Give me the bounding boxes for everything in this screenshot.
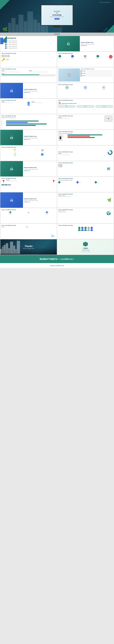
pin-icon-2: 📍	[52, 180, 56, 184]
team-member-1: Text	[78, 227, 80, 232]
icon-grid-item-4: 👥 Text here	[29, 153, 56, 156]
slide-row-10: Click to edit Master title style 📍 Text …	[0, 177, 114, 192]
monitor-title: 简约商务通用模板	[52, 14, 62, 16]
slide-row-8: Click to edit Master title style 📁 Text …	[0, 146, 114, 161]
people-icon: 👥	[41, 153, 44, 156]
circle-icon: !	[109, 55, 112, 58]
team-member-4: Text	[87, 227, 90, 232]
monitor-year: 2018	[56, 12, 58, 14]
turbine-icon: 🌬️	[50, 225, 56, 238]
hex-icon-3	[84, 55, 86, 58]
slide-shapes-title: Click to edit Master title style	[58, 53, 112, 54]
icon-grid-item-1: 📁 Text here	[2, 148, 28, 152]
key-icon: 🔑	[2, 58, 5, 62]
clock-icon: 🕐	[14, 153, 16, 156]
slide-row-13: Click to edit Master title style Text he…	[0, 224, 114, 239]
section-04-slide: /04 04 Section Header Here Unified fonts…	[0, 161, 57, 176]
slide-mobile-content: Click to edit Master title style Unified…	[57, 130, 114, 145]
contents-item-2: 02 Section Header Here	[5, 42, 56, 43]
start-button[interactable]: 演示开始	[54, 18, 60, 20]
promo-bar: 更多精品PPT资源尽在——sucai999.com！	[0, 255, 114, 263]
gear-icon-1: ⚙	[66, 86, 68, 89]
page-label-text: 第页图标	[54, 34, 60, 35]
slide-windmill-content: Click to edit Master title style Text he…	[57, 192, 114, 208]
slide-row-11: /05 05 Section Header Here Unified fonts…	[0, 192, 114, 208]
monitor-subtitle: Unified fonts make reading more fluent	[50, 16, 64, 17]
hex-icon-4	[96, 55, 99, 58]
section-03-slide: /03 03 Section Header Here Unified fonts…	[0, 130, 57, 145]
slide-row-3: Click to edit Master title style Text he…	[0, 67, 114, 83]
donut-chart	[108, 150, 112, 155]
thanks-title: Thanks	[23, 245, 34, 248]
slide-row-1: CONTENTS 01 Section Header Here 02 Secti…	[0, 36, 114, 52]
slide-team-icons: Click to edit Master title style Text Te…	[57, 224, 114, 239]
contents-item-4: 04 Section Header Here	[5, 46, 56, 47]
diamond-2	[76, 181, 79, 184]
slide-row-4: /02 02 Section Header Here Unified fonts…	[0, 83, 114, 98]
slide-turbine: Click to edit Master title style Text he…	[0, 224, 57, 239]
slide-donut-chart: Click to edit Master title style 2016 Q3…	[57, 146, 114, 161]
section-01-num-label: /01	[68, 42, 70, 43]
slide-bar-chart: Click to edit Master title style Unified…	[0, 114, 57, 130]
slide-key-title: Click to edit Master title style	[2, 53, 56, 54]
team-member-3: Text	[84, 227, 87, 232]
slide-key-icon: Click to edit Master title style Unified…	[0, 52, 57, 67]
monitor-display: RUESME 2018 简约商务通用模板 Unified fonts make …	[41, 4, 73, 28]
map-icon: 🗺️	[104, 162, 112, 175]
slide-icon-grid: Click to edit Master title style 📁 Text …	[0, 146, 57, 161]
hex-icon-1	[58, 55, 61, 58]
slide-person-text: Click to edit Master title style Text he…	[0, 98, 57, 114]
slide-cross-shapes: Click to edit Master title style Text he…	[0, 208, 57, 223]
icon-grid-item-3: 🕐 Text here	[2, 153, 28, 156]
house-icon: 🏠	[68, 73, 71, 77]
brand-slide: 订龙设计 分享优质设计图源 分享 优质 设计 图源	[57, 239, 114, 255]
brand-hex-icon	[83, 242, 88, 247]
pin-icon: 📍	[2, 180, 6, 184]
plus-icon-2	[46, 211, 48, 214]
slide-shapes-content: Click to edit Master title style Text he…	[57, 52, 114, 67]
slide-row-9: /04 04 Section Header Here Unified fonts…	[0, 161, 114, 177]
slide-row-7: /03 03 Section Header Here Unified fonts…	[0, 130, 114, 146]
header-website: www.sucai999.com	[100, 2, 111, 3]
slide-map-content: Click to edit Master title style 01 Text…	[57, 161, 114, 176]
slide-row-2: Click to edit Master title style Unified…	[0, 52, 114, 67]
section-01-title: Section Header Here	[81, 42, 113, 43]
folder-icon: 📁	[14, 148, 16, 151]
section-01-num: 01	[67, 43, 70, 46]
section-01-slide: /01 01 Section Header Here Unified fonts…	[57, 36, 114, 51]
diamond-3	[94, 181, 97, 184]
diamond-1	[58, 181, 61, 184]
contents-slide: CONTENTS 01 Section Header Here 02 Secti…	[0, 36, 57, 51]
team-member-5: Text	[90, 227, 93, 232]
slide-location-pin: Click to edit Master title style 📍 Text …	[0, 177, 57, 192]
slide-two-col-text: Click to edit Master title style Text he…	[0, 67, 57, 82]
slide-diamonds: Click to edit Master title style Unified…	[57, 177, 114, 192]
section-01-sub: Unified fonts make reading more fluent	[81, 44, 113, 45]
section-05-slide: /05 05 Section Header Here Unified fonts…	[0, 192, 57, 208]
gear-icon-2: ⚙	[84, 86, 87, 89]
slide-world-map: Click to edit Master title style Text he…	[57, 208, 114, 223]
slide-row-5: Click to edit Master title style Text he…	[0, 98, 114, 114]
thanks-slide: Thanks And Your Slogan Here	[0, 239, 57, 255]
person-icon: 👤	[26, 102, 31, 106]
hex-icon-2	[71, 55, 74, 58]
slide-house-steps: Click to edit Master title style 🏠 Text …	[57, 98, 114, 114]
plant-right-icon: 🖊️	[104, 28, 108, 32]
svg-rect-1	[9, 212, 12, 212]
svg-rect-3	[46, 212, 48, 212]
section-02-slide: /02 02 Section Header Here Unified fonts…	[0, 83, 57, 98]
slide-image-placeholder: 🏠	[58, 68, 80, 82]
wind-icon: 🌿	[106, 194, 112, 206]
slide-device-text: Click to edit Master title style Text he…	[57, 114, 114, 130]
page-container: RUESME 2018 简约商务通用模板 Unified fonts make …	[0, 0, 114, 268]
slide-gear-icons: Click to edit Master title style ⚙ Text …	[57, 83, 114, 98]
contents-item-5: 05 Section Header Here	[5, 48, 56, 49]
laptop-icon: 💻	[104, 115, 112, 122]
phone-icon: 📱	[58, 134, 62, 141]
website-url: www.sucai999.com	[50, 265, 64, 266]
monitor-brand: RUESME	[54, 10, 60, 12]
chart-icon: 📊	[41, 148, 44, 151]
slide-image-text: 🏠 Click to edit Master title style Text …	[57, 67, 114, 82]
cover-slide: RUESME 2018 简约商务通用模板 Unified fonts make …	[0, 0, 114, 32]
brand-slogan: 分享优质设计图源	[82, 250, 90, 251]
